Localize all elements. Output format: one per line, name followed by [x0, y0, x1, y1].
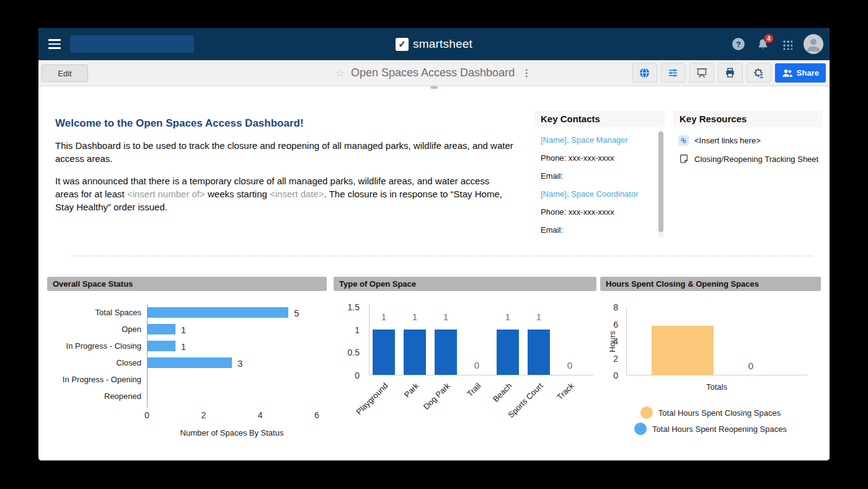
edit-button[interactable]: Edit [42, 65, 88, 82]
bar-category-label: Park [402, 381, 421, 400]
welcome-heading: Welcome to the Open Spaces Access Dashbo… [55, 117, 515, 130]
admin-settings-button[interactable] [746, 63, 771, 83]
dashboard-toolbar: Edit ☆ Open Spaces Access Dashboard ⋮ [38, 60, 830, 86]
legend-label: Total Hours Spent Reopening Spaces [652, 424, 787, 434]
resource-sheet-item[interactable]: Closing/Reopening Tracking Sheet [678, 153, 822, 164]
bar-track [147, 374, 317, 385]
type-of-open-space-widget: Type of Open Space 00.511.5 1Playground1… [334, 277, 596, 444]
panel-collapse-handle[interactable] [430, 86, 438, 89]
bar-value-label: 5 [294, 307, 299, 318]
bar-row: Open1 [47, 321, 317, 338]
menu-icon[interactable] [47, 37, 62, 51]
notifications-bell-icon[interactable]: 4 [755, 37, 770, 52]
resource-label: Closing/Reopening Tracking Sheet [694, 155, 818, 164]
bar-value-label: 0 [567, 360, 572, 370]
welcome-paragraph-1: This Dashboard is to be used to track th… [55, 139, 515, 166]
print-button[interactable] [718, 63, 743, 83]
chart-title: Overall Space Status [47, 277, 327, 291]
share-button[interactable]: Share [775, 63, 826, 83]
open-space-y-ticks: 00.511.5 [334, 304, 365, 375]
axis-tick-label: 0 [144, 410, 149, 420]
title-group: ☆ Open Spaces Access Dashboard ⋮ [335, 60, 533, 86]
share-label: Share [797, 68, 819, 78]
app-launcher-icon[interactable] [779, 37, 794, 52]
publish-globe-button[interactable] [632, 63, 657, 83]
bar [528, 330, 550, 375]
contact-phone: Phone: xxx-xxx-xxxx [541, 149, 653, 167]
presentation-button[interactable] [689, 63, 714, 83]
key-contacts-title: Key Contacts [534, 110, 665, 127]
bar-track: 1 [147, 324, 317, 334]
overall-status-x-ticks: 0246 [147, 410, 317, 420]
more-options-icon[interactable]: ⋮ [520, 67, 533, 79]
bar-category-label: Closed [47, 358, 147, 367]
hours-y-ticks: 02468 [600, 307, 622, 375]
app-window: ✓ smartsheet ? 4 Edit ☆ Open Spaces Acce… [38, 28, 830, 460]
axis-tick-label: 0 [600, 370, 622, 380]
bar-row: Closed3 [47, 354, 317, 371]
contact-name-link[interactable]: [Name], Space Manager [541, 131, 653, 149]
user-avatar[interactable] [804, 34, 823, 54]
bar-value-label: 1 [505, 312, 510, 322]
key-contacts-widget: Key Contacts [Name], Space ManagerPhone:… [534, 110, 665, 242]
bar-category-label: Total Spaces [47, 308, 147, 317]
brand-name: smartsheet [413, 37, 472, 51]
help-icon[interactable]: ? [731, 37, 746, 52]
scrollbar-thumb[interactable] [658, 132, 663, 232]
bar-value-label: 0 [738, 361, 763, 371]
key-contacts-list: [Name], Space ManagerPhone: xxx-xxx-xxxx… [534, 127, 665, 239]
legend-item: Total Hours Spent Closing Spaces [640, 406, 781, 419]
bar [435, 330, 457, 375]
x-axis-label: Number of Spaces By Status [147, 428, 317, 437]
bar-value-label: 1 [181, 341, 186, 351]
bar-category-label: Dog Park [422, 381, 452, 411]
bar-value-label: 1 [412, 312, 417, 322]
key-resources-title: Key Resources [673, 110, 822, 127]
bar-track [147, 391, 317, 402]
axis-tick-label: 1.5 [334, 302, 365, 312]
bar-category-label: Beach [491, 381, 514, 404]
key-resources-widget: Key Resources <Insert links here> Closin… [673, 110, 822, 171]
bar [652, 326, 714, 375]
y-axis-line [147, 304, 148, 408]
axis-tick-label: 4 [600, 336, 622, 346]
bar-value-label: 3 [237, 357, 242, 368]
bar [147, 307, 288, 318]
bar-value-label: 0 [474, 360, 479, 370]
topbar-actions: ? 4 [731, 28, 823, 60]
bar-value-label: 1 [381, 312, 386, 322]
axis-tick-label: 0.5 [334, 348, 365, 357]
search-input[interactable] [70, 35, 194, 53]
hours-spent-widget: Hours Spent Closing & Opening Spaces Hou… [600, 277, 821, 444]
text-fragment: weeks starting [205, 189, 270, 199]
toolbar-actions: Share [632, 63, 826, 83]
placeholder-text: <insert number of> [127, 189, 205, 199]
axis-tick-label: 2 [600, 354, 622, 364]
welcome-paragraph-2: It was announced that there is a tempora… [55, 174, 515, 214]
smartsheet-logo: ✓ smartsheet [396, 28, 472, 60]
filter-settings-button[interactable] [661, 63, 686, 83]
hours-plot: 0 [626, 307, 807, 375]
bar [404, 330, 426, 375]
bar-category-label: Playground [354, 381, 389, 416]
contact-name-link[interactable]: [Name], Space Coordinator [541, 185, 653, 203]
top-navbar: ✓ smartsheet ? 4 [38, 28, 830, 60]
bar-category-label: In Progress - Opening [47, 375, 147, 384]
bar-category-label: Open [47, 325, 147, 334]
chart-title: Hours Spent Closing & Opening Spaces [600, 277, 821, 291]
bar [147, 357, 232, 368]
page-title: Open Spaces Access Dashboard [351, 66, 515, 79]
favorite-star-icon[interactable]: ☆ [335, 66, 345, 80]
bar-category-label: In Progress - Closing [47, 341, 147, 351]
share-people-icon [782, 68, 793, 78]
dashboard-content: Welcome to the Open Spaces Access Dashbo… [38, 86, 830, 460]
notification-badge: 4 [764, 34, 774, 43]
overall-status-rows: Total Spaces5Open1In Progress - Closing1… [47, 304, 317, 405]
link-icon [678, 135, 689, 146]
section-divider [71, 256, 813, 256]
axis-tick-label: 2 [201, 410, 206, 420]
bar [497, 330, 519, 375]
overall-space-status-widget: Overall Space Status Total Spaces5Open1I… [47, 277, 327, 444]
resource-link-item[interactable]: <Insert links here> [678, 135, 822, 146]
x-category-label: Totals [626, 382, 807, 392]
